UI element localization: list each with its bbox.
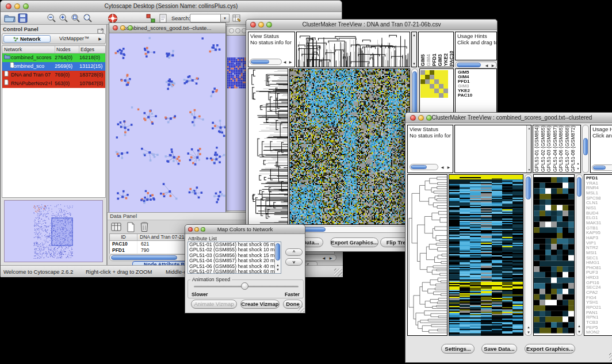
- network-list-item[interactable]: combined_scores2764(0)16218(0): [2, 53, 105, 62]
- export-graphics--button[interactable]: Export Graphics...: [330, 237, 378, 247]
- tab-vizmapper[interactable]: VizMapper™: [53, 35, 95, 43]
- treeview1-titlebar[interactable]: ClusterMaker TreeView : DNA and Tran 07-…: [246, 20, 497, 30]
- open-file-icon[interactable]: [4, 13, 16, 24]
- zoom-button[interactable]: [266, 22, 272, 28]
- treeview2-row-dendrogram[interactable]: [407, 174, 447, 336]
- column-label: GPL51-06 (GSM865): [558, 126, 564, 172]
- hscrollbar-thumb[interactable]: [111, 255, 177, 260]
- matrix-cell: [425, 75, 430, 79]
- network-list-item[interactable]: DNA and Tran 07769(0)183728(0): [2, 71, 105, 79]
- zoom-fit-icon[interactable]: [83, 13, 94, 24]
- tabs-overflow-icon[interactable]: ▶: [96, 35, 104, 43]
- new-attribute-icon[interactable]: [125, 222, 136, 235]
- save-data--button[interactable]: Save Data...: [481, 344, 517, 354]
- treeview1-dendro-scroll-strip[interactable]: ▲ ▼: [411, 32, 417, 67]
- network-window-titlebar[interactable]: combined_scores_good.txt--cluste...: [109, 23, 225, 33]
- matrix-cell: [430, 89, 434, 93]
- dialog-titlebar[interactable]: Map Colors to Network: [185, 225, 305, 234]
- minimize-button[interactable]: [194, 227, 199, 232]
- column-label: GPL51-02 (GSM855): [540, 126, 546, 172]
- view-status-hscrollbar[interactable]: [410, 164, 438, 170]
- create-vizmap-button[interactable]: Create Vizmap: [240, 300, 280, 309]
- column-label: YKE2: [443, 33, 449, 66]
- minimize-button[interactable]: [418, 115, 424, 121]
- resize-grip[interactable]: [609, 353, 612, 361]
- search-dropdown-icon[interactable]: ▼: [221, 14, 230, 22]
- column-header-network[interactable]: Network: [2, 46, 55, 53]
- close-button[interactable]: [113, 25, 118, 30]
- network-canvas-area[interactable]: [109, 33, 225, 214]
- attribute-listbox[interactable]: GPL51-01 (GSM854) heat shock 05 minGPL51…: [188, 242, 281, 274]
- zoom-selected-icon[interactable]: [71, 13, 82, 24]
- minimize-button[interactable]: [120, 25, 125, 30]
- close-button[interactable]: [188, 227, 193, 232]
- network-name: combined_sco: [10, 62, 55, 71]
- treeview1-heatmap[interactable]: [289, 68, 410, 225]
- column-header-edges[interactable]: Edges: [79, 46, 105, 53]
- treeview2-zoom-panel[interactable]: [533, 174, 575, 336]
- listbox-vscrollbar[interactable]: ▲ ▼: [274, 242, 281, 273]
- matrix-cell: [443, 75, 448, 79]
- minimize-button[interactable]: [258, 22, 264, 28]
- column-label: GPL51-01 (GSM854): [534, 126, 540, 172]
- matrix-cell: [430, 70, 434, 75]
- settings--button[interactable]: Settings...: [441, 344, 475, 354]
- speed-slider-thumb[interactable]: [241, 282, 248, 290]
- minimize-button[interactable]: [235, 28, 240, 33]
- usage-hints-hscrollbar[interactable]: [592, 164, 612, 171]
- column-header-nodes[interactable]: Nodes: [55, 46, 79, 53]
- treeview2-column-dendrogram[interactable]: ▲ ▼: [454, 125, 531, 173]
- treeview2-labels-vscrollbar[interactable]: ▲ ▼: [576, 174, 583, 336]
- search-options-icon[interactable]: [232, 13, 243, 24]
- matrix-cell: [430, 84, 434, 89]
- treeview1-column-dendrogram[interactable]: [296, 32, 410, 67]
- view-status-hscrollbar[interactable]: [250, 59, 282, 65]
- dialog-title: Map Colors to Network: [217, 226, 273, 232]
- zoom-button[interactable]: [426, 115, 432, 121]
- zoom-button[interactable]: [128, 25, 133, 30]
- usage-hints-text: Click and drag to: [456, 39, 496, 45]
- close-button[interactable]: [410, 115, 416, 121]
- minimize-button[interactable]: [14, 3, 20, 9]
- matrix-cell: [425, 89, 430, 93]
- zoom-in-icon[interactable]: [59, 13, 70, 24]
- tab-network[interactable]: Network: [3, 35, 51, 43]
- matrix-cell: [434, 89, 439, 93]
- delete-attribute-icon[interactable]: [139, 221, 150, 235]
- move-down-button[interactable]: v: [285, 258, 303, 266]
- network-list-item[interactable]: RNAPuberNov2+l563(0)107847(0): [2, 79, 105, 88]
- network-name: DNA and Tran 07: [10, 71, 55, 79]
- treeview2-vscrollbar[interactable]: ▲ ▼: [525, 174, 532, 336]
- matrix-cell: [420, 79, 425, 84]
- save-icon[interactable]: [18, 13, 29, 24]
- move-up-button[interactable]: ^: [285, 248, 303, 256]
- treeview1-hints-hscrollbar[interactable]: ◀ ▶: [455, 62, 497, 68]
- close-button[interactable]: [250, 22, 256, 28]
- zoom-out-icon[interactable]: [47, 13, 58, 24]
- zoom-button[interactable]: [23, 3, 29, 9]
- resize-grip[interactable]: [298, 306, 304, 312]
- animation-speed-label: Animation Speed: [190, 277, 232, 282]
- network-list-item[interactable]: combined_sco2569(6)13112(15): [2, 62, 105, 71]
- tab-network-label: Network: [20, 36, 41, 42]
- main-window-title: Cytoscape Desktop (Session Name: collins…: [105, 3, 238, 9]
- treeview1-hscrollbar[interactable]: [289, 226, 410, 233]
- search-input[interactable]: [190, 14, 221, 22]
- close-button[interactable]: [6, 3, 12, 9]
- attr-col-id[interactable]: ID: [110, 234, 137, 240]
- treeview2-titlebar[interactable]: ClusterMaker TreeView : combined_scores_…: [406, 113, 612, 123]
- attribute-select-icon[interactable]: [111, 222, 123, 235]
- network-view-window[interactable]: combined_scores_good.txt--cluste...: [109, 22, 226, 214]
- zoom-button[interactable]: [201, 227, 205, 232]
- export-graphics--button[interactable]: Export Graphics...: [525, 344, 575, 354]
- treeview2-heatmap[interactable]: [449, 174, 523, 336]
- main-titlebar[interactable]: Cytoscape Desktop (Session Name: collins…: [1, 1, 342, 12]
- attribute-list-item[interactable]: GPL51-07 (GSM868) heat shock 60 min: [189, 269, 281, 274]
- column-label: PAC10: [449, 33, 454, 66]
- close-button[interactable]: [229, 28, 234, 33]
- network-overview[interactable]: [4, 200, 103, 262]
- resize-grip[interactable]: [334, 269, 342, 277]
- treeview1-row-dendrogram[interactable]: [248, 68, 288, 225]
- attribute-id: PAC10: [110, 241, 137, 247]
- treeview2-upper-vscrollbar[interactable]: [582, 125, 589, 173]
